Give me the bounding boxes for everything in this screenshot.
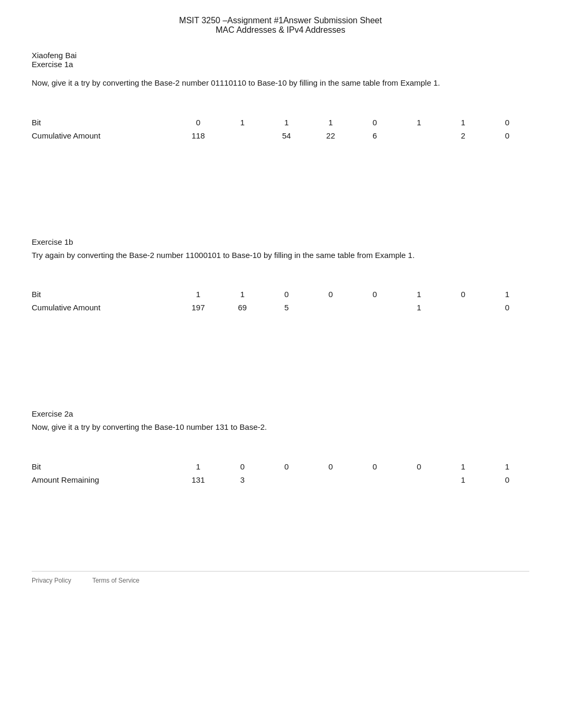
bit-val-1a-2: 1 bbox=[265, 116, 309, 129]
rem-val-2a-5 bbox=[397, 473, 441, 486]
exercise2a-label: Exercise 2a bbox=[32, 409, 529, 418]
cum-val-1a-6: 2 bbox=[441, 129, 485, 142]
cum-val-1a-1 bbox=[220, 129, 265, 142]
exercise2a-bit-row: Bit 1 0 0 0 0 0 1 1 bbox=[32, 460, 529, 473]
rem-val-2a-1: 3 bbox=[220, 473, 265, 486]
exercise1a-bit-row: Bit 0 1 1 1 0 1 1 0 bbox=[32, 116, 529, 129]
bit-val-2a-5: 0 bbox=[397, 460, 441, 473]
bit-val-1b-5: 1 bbox=[397, 288, 441, 301]
footer-item1[interactable]: Privacy Policy bbox=[32, 577, 71, 584]
bit-val-2a-4: 0 bbox=[353, 460, 397, 473]
header-line2: MAC Addresses & IPv4 Addresses bbox=[32, 25, 529, 35]
bit-val-2a-1: 0 bbox=[220, 460, 265, 473]
bit-val-1a-6: 1 bbox=[441, 116, 485, 129]
cum-val-1a-0: 118 bbox=[176, 129, 220, 142]
exercise1b-label: Exercise 1b bbox=[32, 237, 529, 246]
bit-label-2a: Bit bbox=[32, 460, 176, 473]
bit-val-1a-4: 0 bbox=[353, 116, 397, 129]
rem-val-2a-3 bbox=[308, 473, 353, 486]
cum-val-1a-7: 0 bbox=[485, 129, 529, 142]
bit-label-1b: Bit bbox=[32, 288, 176, 301]
bit-val-2a-6: 1 bbox=[441, 460, 485, 473]
cum-val-1b-7: 0 bbox=[485, 301, 529, 314]
bit-val-1b-1: 1 bbox=[220, 288, 265, 301]
cum-val-1a-5 bbox=[397, 129, 441, 142]
rem-val-2a-7: 0 bbox=[485, 473, 529, 486]
exercise1a-label-top: Exercise 1a bbox=[32, 60, 529, 69]
student-name: Xiaofeng Bai bbox=[32, 51, 529, 60]
bit-val-1a-5: 1 bbox=[397, 116, 441, 129]
cum-val-1b-0: 197 bbox=[176, 301, 220, 314]
rem-val-2a-4 bbox=[353, 473, 397, 486]
exercise2a-section: Exercise 2a Now, give it a try by conver… bbox=[32, 409, 529, 434]
exercise1b-cumulative-row: Cumulative Amount 197 69 5 1 0 bbox=[32, 301, 529, 314]
cumulative-label-1a: Cumulative Amount bbox=[32, 129, 176, 142]
bit-val-2a-3: 0 bbox=[308, 460, 353, 473]
rem-val-2a-6: 1 bbox=[441, 473, 485, 486]
exercise1a-description: Now, give it a try by converting the Bas… bbox=[32, 77, 529, 89]
exercise2a-description: Now, give it a try by converting the Bas… bbox=[32, 421, 529, 434]
bit-val-1a-1: 1 bbox=[220, 116, 265, 129]
bit-val-1a-3: 1 bbox=[308, 116, 353, 129]
exercise1a-cumulative-row: Cumulative Amount 118 54 22 6 2 0 bbox=[32, 129, 529, 142]
page-header: MSIT 3250 –Assignment #1Answer Submissio… bbox=[32, 16, 529, 35]
bit-val-1b-3: 0 bbox=[308, 288, 353, 301]
student-info: Xiaofeng Bai Exercise 1a bbox=[32, 51, 529, 69]
bit-val-1b-4: 0 bbox=[353, 288, 397, 301]
bit-val-1a-0: 0 bbox=[176, 116, 220, 129]
exercise1b-table: Bit 1 1 0 0 0 1 0 1 Cumulative Amount 19… bbox=[32, 288, 529, 314]
exercise2a-remaining-row: Amount Remaining 131 3 1 0 bbox=[32, 473, 529, 486]
bit-val-1b-0: 1 bbox=[176, 288, 220, 301]
bit-val-1b-2: 0 bbox=[265, 288, 309, 301]
bit-val-2a-0: 1 bbox=[176, 460, 220, 473]
cumulative-label-1b: Cumulative Amount bbox=[32, 301, 176, 314]
rem-val-2a-2 bbox=[265, 473, 309, 486]
cum-val-1a-2: 54 bbox=[265, 129, 309, 142]
exercise1a-table: Bit 0 1 1 1 0 1 1 0 Cumulative Amount 11… bbox=[32, 116, 529, 142]
remaining-label-2a: Amount Remaining bbox=[32, 473, 176, 486]
exercise1b-bit-row: Bit 1 1 0 0 0 1 0 1 bbox=[32, 288, 529, 301]
cum-val-1b-5: 1 bbox=[397, 301, 441, 314]
spacer-1 bbox=[32, 163, 529, 195]
exercise1b-description: Try again by converting the Base-2 numbe… bbox=[32, 250, 529, 262]
bit-val-2a-2: 0 bbox=[265, 460, 309, 473]
cum-val-1b-3 bbox=[308, 301, 353, 314]
cum-val-1a-4: 6 bbox=[353, 129, 397, 142]
bit-val-2a-7: 1 bbox=[485, 460, 529, 473]
cum-val-1b-6 bbox=[441, 301, 485, 314]
header-line1: MSIT 3250 –Assignment #1Answer Submissio… bbox=[32, 16, 529, 25]
bit-label-1a: Bit bbox=[32, 116, 176, 129]
bit-val-1b-6: 0 bbox=[441, 288, 485, 301]
cum-val-1b-2: 5 bbox=[265, 301, 309, 314]
cum-val-1b-1: 69 bbox=[220, 301, 265, 314]
footer-item2[interactable]: Terms of Service bbox=[92, 577, 139, 584]
exercise1b-section: Exercise 1b Try again by converting the … bbox=[32, 237, 529, 262]
rem-val-2a-0: 131 bbox=[176, 473, 220, 486]
bit-val-1a-7: 0 bbox=[485, 116, 529, 129]
footer: Privacy Policy Terms of Service bbox=[32, 571, 529, 584]
exercise2a-table: Bit 1 0 0 0 0 0 1 1 Amount Remaining 131… bbox=[32, 460, 529, 486]
cum-val-1a-3: 22 bbox=[308, 129, 353, 142]
cum-val-1b-4 bbox=[353, 301, 397, 314]
bit-val-1b-7: 1 bbox=[485, 288, 529, 301]
